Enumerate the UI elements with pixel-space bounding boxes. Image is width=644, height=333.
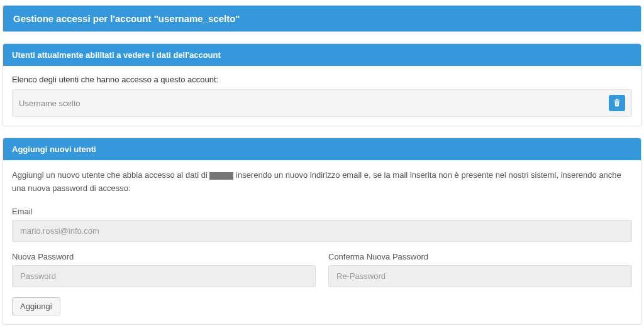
email-label: Email — [12, 207, 632, 216]
enabled-users-panel-body: Elenco degli utenti che hanno accesso a … — [3, 66, 641, 126]
add-users-description: Aggiungi un nuovo utente che abbia acces… — [12, 169, 632, 195]
table-row: Username scelto — [12, 89, 632, 117]
enabled-users-panel-title: Utenti attualmente abilitati a vedere i … — [3, 44, 641, 66]
email-field[interactable] — [12, 220, 632, 242]
page-title-username: username_scelto — [158, 13, 236, 24]
page-title-suffix: " — [235, 13, 240, 24]
confirm-password-field[interactable] — [328, 265, 632, 287]
enabled-users-panel: Utenti attualmente abilitati a vedere i … — [3, 43, 641, 126]
redacted-block — [209, 172, 233, 180]
add-users-panel-title: Aggiungi nuovi utenti — [3, 138, 641, 160]
add-users-panel-body: Aggiungi un nuovo utente che abbia acces… — [3, 160, 641, 324]
confirm-password-label: Conferma Nuova Password — [328, 252, 632, 261]
page-title: Gestione accessi per l'account "username… — [3, 6, 641, 31]
email-form-group: Email — [12, 207, 632, 242]
trash-icon — [613, 98, 621, 109]
page-title-prefix: Gestione accessi per l'account " — [13, 13, 158, 24]
delete-user-button[interactable] — [609, 95, 625, 111]
confirm-password-form-group: Conferma Nuova Password — [328, 252, 632, 287]
enabled-users-list-title: Elenco degli utenti che hanno accesso a … — [12, 75, 632, 84]
add-user-button[interactable]: Aggiungi — [12, 297, 60, 315]
add-users-panel: Aggiungi nuovi utenti Aggiungi un nuovo … — [3, 138, 641, 325]
new-password-form-group: Nuova Password — [12, 252, 316, 287]
new-password-label: Nuova Password — [12, 252, 316, 261]
description-before: Aggiungi un nuovo utente che abbia acces… — [12, 170, 209, 180]
user-row-name: Username scelto — [19, 99, 80, 108]
page-header-panel: Gestione accessi per l'account "username… — [3, 5, 641, 32]
new-password-field[interactable] — [12, 265, 316, 287]
